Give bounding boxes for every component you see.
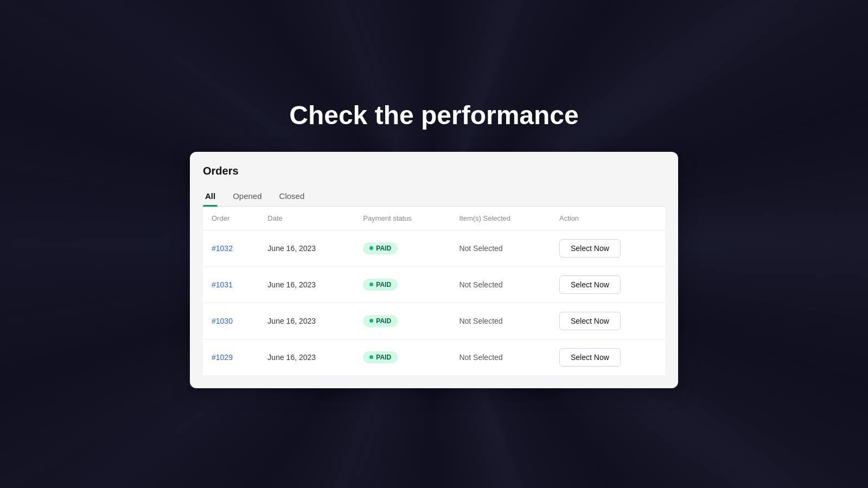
orders-table: Order Date Payment status Item(s) Select… <box>203 207 665 375</box>
paid-dot-icon <box>369 282 373 286</box>
select-now-button[interactable]: Select Now <box>559 312 621 330</box>
table-row: #1030 June 16, 2023 PAID Not Selected Se… <box>203 303 665 339</box>
paid-badge: PAID <box>363 351 398 363</box>
col-header-action: Action <box>551 207 665 230</box>
table-row: #1031 June 16, 2023 PAID Not Selected Se… <box>203 266 665 303</box>
orders-panel: Orders All Opened Closed Order Date Paym… <box>190 152 678 388</box>
items-selected-text: Not Selected <box>459 353 502 362</box>
items-selected-cell: Not Selected <box>450 303 551 339</box>
order-date: June 16, 2023 <box>259 303 354 339</box>
select-now-button[interactable]: Select Now <box>559 239 621 258</box>
action-cell: Select Now <box>551 339 665 375</box>
col-header-payment-status: Payment status <box>354 207 450 230</box>
paid-label: PAID <box>376 281 391 288</box>
col-header-items-selected: Item(s) Selected <box>450 207 551 230</box>
paid-badge: PAID <box>363 315 398 327</box>
select-now-button[interactable]: Select Now <box>559 348 621 367</box>
order-link[interactable]: #1032 <box>212 244 233 253</box>
items-selected-text: Not Selected <box>459 244 502 253</box>
orders-heading: Orders <box>203 165 665 177</box>
action-cell: Select Now <box>551 266 665 303</box>
payment-status-cell: PAID <box>354 230 450 266</box>
page-title: Check the performance <box>289 100 579 130</box>
paid-label: PAID <box>376 317 391 325</box>
order-date: June 16, 2023 <box>259 339 354 375</box>
items-selected-text: Not Selected <box>459 317 502 325</box>
table-row: #1032 June 16, 2023 PAID Not Selected Se… <box>203 230 665 266</box>
tab-closed[interactable]: Closed <box>277 186 307 206</box>
order-date: June 16, 2023 <box>259 230 354 266</box>
paid-label: PAID <box>376 245 391 252</box>
order-link[interactable]: #1031 <box>212 280 233 289</box>
order-date: June 16, 2023 <box>259 266 354 303</box>
paid-dot-icon <box>369 319 373 323</box>
items-selected-cell: Not Selected <box>450 230 551 266</box>
paid-badge: PAID <box>363 279 398 291</box>
col-header-date: Date <box>259 207 354 230</box>
action-cell: Select Now <box>551 230 665 266</box>
payment-status-cell: PAID <box>354 339 450 375</box>
payment-status-cell: PAID <box>354 266 450 303</box>
paid-label: PAID <box>376 354 391 361</box>
tab-opened[interactable]: Opened <box>231 186 264 206</box>
items-selected-cell: Not Selected <box>450 266 551 303</box>
paid-dot-icon <box>369 355 373 359</box>
payment-status-cell: PAID <box>354 303 450 339</box>
action-cell: Select Now <box>551 303 665 339</box>
tabs-container: All Opened Closed <box>203 186 665 207</box>
order-link[interactable]: #1030 <box>212 317 233 325</box>
tab-all[interactable]: All <box>203 186 218 206</box>
table-row: #1029 June 16, 2023 PAID Not Selected Se… <box>203 339 665 375</box>
select-now-button[interactable]: Select Now <box>559 275 621 294</box>
paid-dot-icon <box>369 246 373 250</box>
items-selected-cell: Not Selected <box>450 339 551 375</box>
items-selected-text: Not Selected <box>459 280 502 289</box>
col-header-order: Order <box>203 207 259 230</box>
paid-badge: PAID <box>363 242 398 254</box>
order-link[interactable]: #1029 <box>212 353 233 362</box>
